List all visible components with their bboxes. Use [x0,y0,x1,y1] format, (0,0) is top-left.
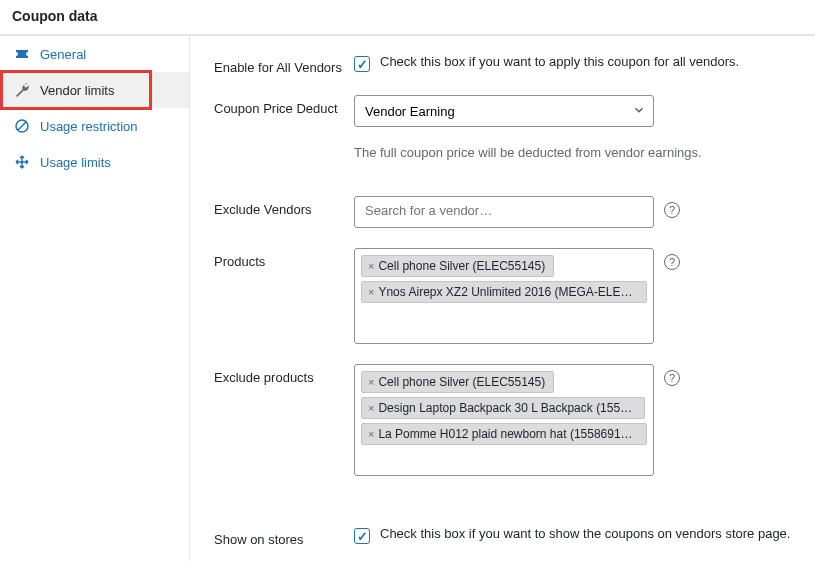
tag-text: Design Laptop Backpack 30 L Backpack (15… [378,401,636,415]
product-tag: × Ynos Airepx XZ2 Unlimited 2016 (MEGA-E… [361,281,647,303]
sidebar-item-label: Usage restriction [40,119,138,134]
wrench-icon [14,82,30,98]
sidebar-item-label: Vendor limits [40,83,114,98]
exclude-vendors-search[interactable] [355,197,653,224]
svg-line-1 [18,122,26,130]
field-label: Coupon Price Deduct [214,95,354,116]
show-on-stores-desc: Check this box if you want to show the c… [380,526,790,541]
field-label: Exclude products [214,364,354,385]
price-deduct-helper: The full coupon price will be deducted f… [354,145,702,160]
tag-text: Ynos Airepx XZ2 Unlimited 2016 (MEGA-ELE… [378,285,638,299]
sidebar-item-vendor-limits[interactable]: Vendor limits [0,72,189,108]
tag-text: Cell phone Silver (ELEC55145) [378,259,545,273]
field-exclude-vendors: Exclude Vendors ? [214,186,793,238]
remove-tag-icon[interactable]: × [368,260,374,272]
content-area: Enable for All Vendors Check this box if… [190,36,815,561]
sidebar-item-usage-restriction[interactable]: Usage restriction [0,108,189,144]
section-gap [214,486,793,516]
sidebar-item-label: General [40,47,86,62]
sidebar-item-general[interactable]: General [0,36,189,72]
remove-tag-icon[interactable]: × [368,376,374,388]
field-products: Products × Cell phone Silver (ELEC55145)… [214,238,793,354]
field-show-on-stores: Show on stores Check this box if you wan… [214,516,793,557]
product-tag: × La Pomme H012 plaid newborn hat (15586… [361,423,647,445]
panel-body: General Vendor limits Usage restriction … [0,35,815,561]
tag-text: La Pomme H012 plaid newborn hat (1558691… [378,427,638,441]
field-label: Enable for All Vendors [214,54,354,75]
help-icon[interactable]: ? [664,370,680,386]
tag-text: Cell phone Silver (ELEC55145) [378,375,545,389]
help-icon[interactable]: ? [664,254,680,270]
exclude-products-multiselect[interactable]: × Cell phone Silver (ELEC55145) × Design… [354,364,654,476]
block-icon [14,118,30,134]
product-tag: × Cell phone Silver (ELEC55145) [361,371,554,393]
field-label: Exclude Vendors [214,196,354,217]
product-tag: × Design Laptop Backpack 30 L Backpack (… [361,397,645,419]
panel-title: Coupon data [0,0,815,35]
product-tag: × Cell phone Silver (ELEC55145) [361,255,554,277]
field-enable-all-vendors: Enable for All Vendors Check this box if… [214,44,793,85]
sidebar: General Vendor limits Usage restriction … [0,36,190,561]
enable-all-vendors-checkbox[interactable] [354,56,370,72]
remove-tag-icon[interactable]: × [368,428,374,440]
sidebar-item-usage-limits[interactable]: Usage limits [0,144,189,180]
show-on-stores-checkbox[interactable] [354,528,370,544]
field-label: Products [214,248,354,269]
products-multiselect[interactable]: × Cell phone Silver (ELEC55145) × Ynos A… [354,248,654,344]
enable-all-vendors-desc: Check this box if you want to apply this… [380,54,739,69]
coupon-price-deduct-select[interactable]: Vendor Earning [354,95,654,127]
field-exclude-products: Exclude products × Cell phone Silver (EL… [214,354,793,486]
field-label: Show on stores [214,526,354,547]
remove-tag-icon[interactable]: × [368,286,374,298]
sidebar-item-label: Usage limits [40,155,111,170]
field-coupon-price-deduct: Coupon Price Deduct Vendor Earning The f… [214,85,793,170]
remove-tag-icon[interactable]: × [368,402,374,414]
field-notify-vendors: Notify Vendors Check this box if you wan… [214,557,793,561]
ticket-icon [14,46,30,62]
help-icon[interactable]: ? [664,202,680,218]
move-icon [14,154,30,170]
exclude-vendors-input[interactable] [354,196,654,228]
